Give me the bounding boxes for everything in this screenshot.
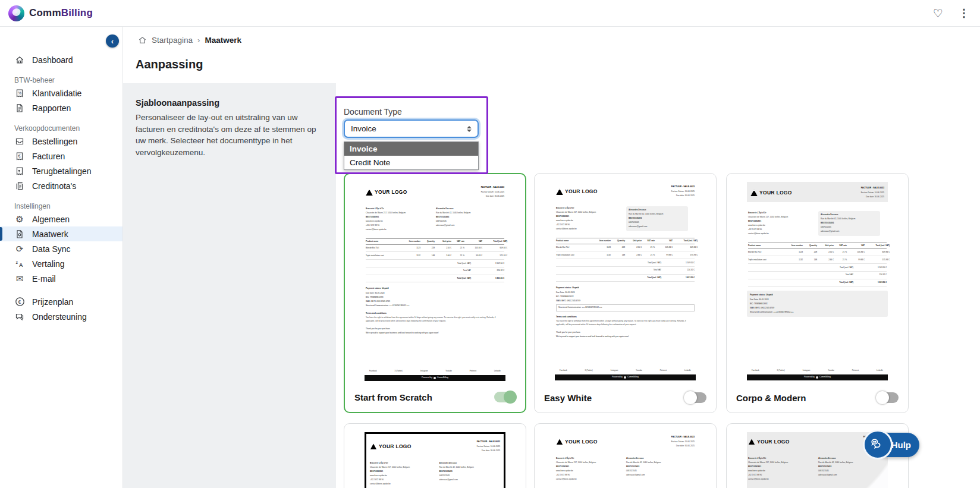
buyer-email: adessaux@gmail.com: [439, 478, 501, 482]
favorite-icon[interactable]: ♡: [933, 7, 943, 20]
table-row: Blonde Bio 75cl 1123 228 2.50 € 21 % 105…: [366, 245, 504, 253]
payment-due: Due Date: 30-05-2024: [366, 291, 504, 295]
thanks-line: We're proud to support your business and…: [366, 331, 504, 335]
thanks-block: Thank you for your purchase. We're proud…: [365, 327, 505, 335]
cell: 2.50 €: [436, 246, 451, 250]
template-toggle[interactable]: [494, 392, 516, 402]
table-header-row: Product name Item number Quantity Unit p…: [556, 238, 695, 244]
sidebar-item-label: Facturen: [32, 152, 65, 161]
kebab-menu-icon[interactable]: ⋮: [959, 7, 969, 20]
template-card-easy-white[interactable]: YOUR LOGO FACTUUR : SALE-0023 Factuur Da…: [534, 173, 717, 413]
invoice-meta: FACTUUR : SALE-0023 Factuur Datum: 10-06…: [671, 435, 695, 449]
sidebar-item-label: Rapporten: [32, 103, 71, 113]
template-card[interactable]: YOUR LOGO FACTUUR : SALE-0023 Factuur Da…: [534, 423, 717, 488]
thanks-line: Thank you for your purchase.: [366, 327, 504, 331]
invoice-line-items-table: Product name Item number Quantity Unit p…: [555, 238, 696, 282]
sidebar-item-algemeen[interactable]: ⚙ Algemeen: [0, 212, 122, 226]
sidebar-item-email[interactable]: ✉ E-mail: [0, 271, 122, 286]
sidebar-item-prijzenplan[interactable]: € Prijzenplan: [0, 294, 122, 309]
cell: 2.66 €: [626, 253, 642, 257]
invoice-addresses: Brasserie L'Épi d'Or Chaussée de Wavre 2…: [555, 456, 696, 481]
invoice-due-date: Due date: 30-06-2025: [671, 444, 695, 449]
breadcrumb-current: Maatwerk: [205, 36, 241, 45]
invoice-number: FACTUUR : SALE-0023: [671, 435, 695, 440]
powered-by-logo-icon: [624, 376, 626, 379]
invoice-addresses: Brasserie L'Épi d'Or Chaussée de Wavre 2…: [369, 461, 501, 486]
dropdown-option-invoice[interactable]: Invoice: [344, 142, 478, 156]
document-type-select[interactable]: Invoice: [344, 119, 479, 138]
sidebar-item-facturen[interactable]: € Facturen: [0, 149, 122, 163]
cell: 21 %: [835, 250, 847, 254]
payment-iban: IBAN: BE71 0961 2345 6769: [750, 306, 885, 310]
buyer-name: Alexandra Dessaux: [626, 456, 688, 461]
total-row: Total (excl. VAT) 1 509.50 €: [366, 260, 504, 267]
sidebar-item-maatwerk[interactable]: Maatwerk: [0, 226, 122, 241]
invoice-meta: FACTUUR : SALE-0023 Factuur Datum: 10-06…: [477, 439, 500, 454]
seller-address: Chaussée de Wavre 217, 1050 Ixelles, Bel…: [370, 465, 431, 470]
toggle-knob: [504, 391, 517, 404]
sidebar-item-bestellingen[interactable]: Bestellingen: [0, 134, 122, 149]
col-header: Product name: [748, 244, 787, 247]
seller-phone: +32 2 672 88 90: [556, 223, 618, 227]
terms-text: You have the right to withdraw from this…: [556, 319, 695, 327]
invoice-date: Factuur Datum: 10-06-2025: [861, 191, 884, 196]
payment-block: Payment status: Unpaid Due Date: 30-05-2…: [365, 286, 505, 308]
sidebar-item-creditnotas[interactable]: Creditnota's: [0, 178, 122, 193]
cell: 99.83 €: [466, 254, 482, 258]
template-toggle[interactable]: [877, 392, 899, 403]
seller-block: Brasserie L'Épi d'Or Chaussée de Wavre 2…: [366, 207, 428, 232]
sidebar-item-rapporten[interactable]: Rapporten: [0, 100, 122, 115]
template-preview: YOUR LOGO FACTUUR : SALE-0023 Factuur Da…: [365, 182, 505, 381]
cell: 21 %: [643, 245, 655, 250]
cell: 228: [422, 246, 435, 250]
breadcrumb-home-icon[interactable]: [138, 36, 147, 45]
table-row: Blonde Bio 75cl 1123 228 2.50 € 21 % 105…: [748, 249, 887, 257]
sidebar-item-ondersteuning[interactable]: Ondersteuning: [0, 309, 122, 324]
social-link: LinkedIn: [494, 369, 501, 373]
cell: 99.83 €: [848, 258, 865, 262]
col-header: Total (incl. VAT): [483, 240, 507, 243]
invoice-logo-text: YOUR LOGO: [375, 187, 407, 198]
template-card[interactable]: YOUR LOGO FACTUUR : SALE-0023 Factuur Da…: [344, 423, 526, 488]
cell: Blonde Bio 75cl: [366, 246, 405, 250]
buyer-vat: BE0701035495: [626, 465, 688, 469]
cell: 21 %: [453, 246, 464, 250]
invoice-meta: FACTUUR : SALE-0023 Factuur Datum: 10-06…: [861, 185, 884, 200]
template-card-corpo-modern[interactable]: YOUR LOGO FACTUUR : SALE-0023 Factuur Da…: [726, 173, 909, 413]
sidebar-item-data-sync[interactable]: ⟳ Data Sync: [0, 241, 122, 256]
brand-name: CommBilling: [29, 7, 93, 19]
total-label: Total (excl. VAT): [648, 261, 661, 265]
help-chat-icon[interactable]: [863, 430, 893, 459]
sidebar-item-dashboard[interactable]: Dashboard: [0, 52, 122, 67]
translate-icon: zA: [14, 259, 25, 269]
thanks-line: Thank you for your purchase.: [556, 330, 695, 335]
social-link: Youtube: [828, 369, 834, 372]
sidebar-item-terugbetalingen[interactable]: Terugbetalingen: [0, 163, 122, 178]
dropdown-option-credit-note[interactable]: Credit Note: [344, 156, 478, 169]
invoice-header: YOUR LOGO FACTUUR : SALE-0023 Factuur Da…: [747, 182, 888, 202]
sidebar-item-vertaling[interactable]: zA Vertaling: [0, 256, 122, 271]
sidebar-collapse-button[interactable]: ‹: [106, 34, 119, 48]
total-label: Total VAT: [846, 273, 853, 277]
payment-communication: Structured Communication: +++123/4567/89…: [750, 310, 885, 314]
sidebar-item-klantvalidatie[interactable]: % Klantvalidatie: [0, 86, 122, 100]
cell: Triple installation cost: [366, 254, 405, 258]
cell: 1123: [789, 250, 803, 254]
template-toggle[interactable]: [685, 392, 706, 403]
payment-status: Payment status: Unpaid: [366, 286, 504, 291]
thanks-block: Thank you for your purchase. We're proud…: [555, 330, 696, 339]
total-row: Total VAT 224.32 €: [366, 267, 504, 275]
sidebar-item-label: Maatwerk: [32, 229, 68, 239]
sidebar-item-label: Terugbetalingen: [32, 166, 92, 176]
breadcrumb-home[interactable]: Startpagina: [152, 36, 193, 45]
buyer-phone: 0467022045: [818, 469, 880, 473]
brand-logo[interactable]: CommBilling: [8, 5, 93, 21]
copy-documents-icon: [14, 181, 25, 191]
seller-website: www.biere-epidor.be: [556, 219, 618, 223]
cell: 228: [804, 250, 817, 254]
col-header: VAT: [848, 244, 865, 247]
seller-name: Brasserie L'Épi d'Or: [366, 207, 428, 211]
buyer-vat: BE0701035495: [821, 221, 878, 225]
invoice-meta: FACTUUR : SALE-0023 Factuur Datum: 10-06…: [671, 184, 695, 199]
template-card-start-from-scratch[interactable]: YOUR LOGO FACTUUR : SALE-0023 Factuur Da…: [344, 173, 526, 413]
